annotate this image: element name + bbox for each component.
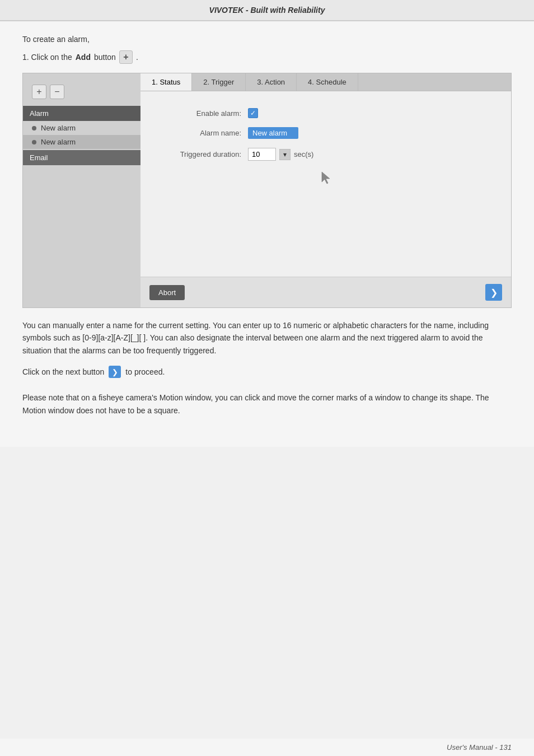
- next-instruction-prefix: Click on the next button: [22, 367, 104, 376]
- duration-unit: sec(s): [294, 150, 313, 158]
- next-instruction-suffix: to proceed.: [125, 367, 165, 376]
- enable-alarm-row: Enable alarm: ✓: [163, 108, 489, 118]
- alarm-name-row: Alarm name: New alarm: [163, 127, 489, 139]
- header-title: VIVOTEK - Built with Reliability: [209, 6, 325, 15]
- remove-button[interactable]: −: [50, 85, 64, 99]
- next-step-instruction: Click on the next button ❯ to proceed.: [22, 366, 512, 378]
- next-button-inline: ❯: [109, 366, 121, 378]
- triggered-duration-row: Triggered duration: ▾ sec(s): [163, 148, 489, 161]
- main-content: 1. Status 2. Trigger 3. Action 4. Schedu…: [140, 73, 511, 307]
- intro-bold: Add: [76, 53, 91, 62]
- cursor-area: [163, 170, 489, 189]
- tab-status[interactable]: 1. Status: [140, 73, 192, 91]
- sidebar-toolbar: + −: [23, 80, 140, 106]
- sidebar-item-new-alarm-2[interactable]: New alarm: [23, 135, 140, 149]
- page-header: VIVOTEK - Built with Reliability: [0, 0, 534, 21]
- duration-input[interactable]: [248, 148, 276, 161]
- triggered-duration-label: Triggered duration:: [163, 150, 241, 158]
- tab-action[interactable]: 3. Action: [246, 73, 297, 91]
- enable-alarm-checkbox[interactable]: ✓: [248, 108, 258, 118]
- dot-icon: [32, 126, 36, 130]
- intro-line2-suffix: button: [94, 53, 116, 62]
- add-button-inline: +: [119, 50, 133, 64]
- sidebar: + − Alarm New alarm New alarm: [23, 73, 140, 307]
- description-para1: You can manually enter a name for the cu…: [22, 319, 512, 357]
- form-area: Enable alarm: ✓ Alarm name: New alarm Tr…: [140, 91, 511, 277]
- duration-input-group: ▾ sec(s): [248, 148, 313, 161]
- abort-button[interactable]: Abort: [149, 285, 185, 300]
- alarm-name-label: Alarm name:: [163, 129, 241, 137]
- alarm-name-input[interactable]: New alarm: [248, 127, 298, 139]
- tab-bar: 1. Status 2. Trigger 3. Action 4. Schedu…: [140, 73, 511, 91]
- duration-dropdown[interactable]: ▾: [279, 149, 291, 160]
- page-footer: User's Manual - 131: [0, 739, 534, 756]
- panel-footer: Abort ❯: [140, 277, 511, 307]
- sidebar-item-new-alarm-1[interactable]: New alarm: [23, 121, 140, 135]
- page-content: To create an alarm, 1. Click on the Add …: [0, 21, 534, 447]
- sidebar-section-alarm: Alarm New alarm New alarm: [23, 106, 140, 149]
- ui-panel: + − Alarm New alarm New alarm: [22, 73, 512, 308]
- fisheye-note: Please note that on a fisheye camera's M…: [22, 391, 512, 417]
- cursor-icon: [317, 170, 334, 186]
- dot-icon-2: [32, 140, 36, 144]
- enable-alarm-label: Enable alarm:: [163, 109, 241, 118]
- sidebar-email-header[interactable]: Email: [23, 150, 140, 165]
- tab-trigger[interactable]: 2. Trigger: [192, 73, 246, 91]
- sidebar-section-email: Email: [23, 150, 140, 165]
- sidebar-alarm-header[interactable]: Alarm: [23, 106, 140, 121]
- add-button[interactable]: +: [32, 85, 46, 99]
- intro-line1: To create an alarm,: [22, 35, 512, 44]
- footer-text: User's Manual - 131: [447, 743, 512, 752]
- next-button[interactable]: ❯: [485, 284, 502, 301]
- intro-line2-prefix: 1. Click on the: [22, 53, 72, 62]
- tab-schedule[interactable]: 4. Schedule: [297, 73, 358, 91]
- intro-step: 1. Click on the Add button + .: [22, 50, 512, 64]
